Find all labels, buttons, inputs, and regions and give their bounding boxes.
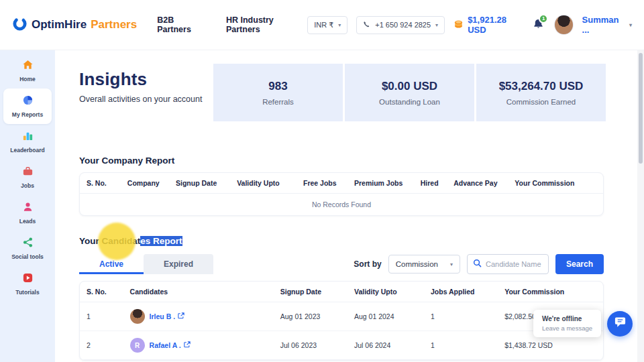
user-name: Summan ... [582,15,625,35]
candidates-tabs: Active Expired [79,254,213,274]
chat-button[interactable] [607,311,633,337]
nav-link-hr-industry-partners[interactable]: HR Industry Partners [226,15,307,34]
chat-status-text: We're offline [542,315,592,322]
brand-logo[interactable]: OptimHire Partners [12,16,137,34]
sort-by-label: Sort by [354,259,381,269]
brand-name-secondary: Partners [91,18,137,32]
chevron-down-icon: ▾ [450,261,453,267]
sidebar-item-label: Jobs [21,182,34,189]
sidebar-item-social-tools[interactable]: Social tools [3,231,52,266]
phone-value: +1 650 924 2825 [375,21,431,29]
candidate-name: Rafael A . [150,341,181,349]
stat-value: $0.00 USD [382,80,437,93]
cell-signup-date: Aug 01 2023 [280,312,354,320]
cell-validity-upto: Jul 06 2024 [354,341,431,349]
sidebar-item-label: Home [19,76,36,82]
company-table-header: S. No. Company Signup Date Validity Upto… [80,173,603,194]
empty-state-text: No Records Found [80,194,603,215]
share-icon [22,237,34,251]
external-link-icon [178,312,184,320]
chat-message-text: Leave a message [542,324,592,332]
notification-bell[interactable]: 1 [533,18,544,32]
column-header: Free Jobs [303,179,354,187]
currency-select[interactable]: INR ₹ ▾ [307,16,347,34]
cell-signup-date: Jul 06 2023 [280,341,354,349]
tab-expired[interactable]: Expired [144,254,213,274]
search-icon [473,258,482,270]
company-report-title: Your Company Report [79,156,604,166]
candidate-name-link[interactable]: Rafael A . [150,341,191,349]
sidebar-item-tutorials[interactable]: Tutorials [3,266,52,302]
sidebar-item-jobs[interactable]: Jobs [3,160,52,195]
candidates-report-title: Your Candidates Report [79,236,604,246]
home-icon [22,59,34,73]
column-header: Candidates [130,288,280,296]
stat-card-commission-earned: $53,264.70 USD Commission Earned [476,64,606,121]
top-navbar: OptimHire Partners B2B Partners HR Indus… [0,0,644,50]
user-avatar[interactable] [554,15,573,35]
nav-link-b2b-partners[interactable]: B2B Partners [157,15,209,34]
user-menu[interactable]: Summan ... ▾ [582,15,632,35]
briefcase-icon [22,166,34,180]
external-link-icon [184,341,191,349]
optimhire-logo-icon [12,16,28,34]
chevron-down-icon: ▾ [435,22,438,28]
column-header: Validity Upto [354,288,431,296]
phone-icon [363,21,370,29]
sidebar-item-leaderboard[interactable]: Leaderboard [3,124,52,160]
candidate-name: Irleu B . [150,312,176,320]
chevron-down-icon: ▾ [629,22,632,28]
insights-section: Insights Overall activities on your acco… [55,50,637,141]
sidebar-item-home[interactable]: Home [3,53,52,88]
play-icon [22,272,34,286]
scrollbar-thumb[interactable] [639,53,643,164]
candidates-table-header: S. No. Candidates Signup Date Validity U… [80,282,603,302]
page-subtitle: Overall activities on your account [79,95,202,104]
cell-s-no: 1 [87,312,130,320]
chat-tooltip[interactable]: We're offline Leave a message [533,310,601,337]
sort-select[interactable]: Commission ▾ [388,255,460,274]
column-header: Jobs Applied [431,288,504,296]
column-header: Your Commission [515,179,596,187]
cell-jobs-applied: 1 [431,312,504,320]
page-scrollbar[interactable] [637,50,644,362]
cell-jobs-applied: 1 [431,341,504,349]
candidates-controls: Active Expired Sort by Commission ▾ Sear… [79,254,604,274]
stat-label: Outstanding Loan [379,98,440,106]
chevron-down-icon: ▾ [338,22,341,28]
sidebar-item-my-reports[interactable]: My Reports [3,88,52,124]
column-header: S. No. [87,179,127,187]
stat-card-referrals: 983 Referrals [213,64,343,121]
navbar-right: INR ₹ ▾ +1 650 924 2825 ▾ $1,921.28 USD … [307,15,632,35]
table-row: 2 R Rafael A . Jul 06 2023 Jul 06 2024 1… [80,331,603,360]
column-header: Premium Jobs [354,179,421,187]
candidate-avatar: R [130,338,145,353]
selected-text: es Report [140,236,182,246]
chat-bubble-icon [614,316,627,331]
candidate-search-input[interactable] [486,260,543,268]
phone-select[interactable]: +1 650 924 2825 ▾ [356,16,445,34]
pie-chart-icon [22,95,34,109]
table-row: 1 Irleu B . Aug 01 2023 Aug 01 2024 1 $2… [80,302,603,331]
candidate-search-box[interactable] [467,254,549,274]
sidebar-item-label: Leads [19,218,36,225]
stat-value: 983 [268,80,287,93]
chat-widget: We're offline Leave a message [533,310,633,337]
company-report-table: S. No. Company Signup Date Validity Upto… [79,172,604,216]
search-button[interactable]: Search [555,254,604,274]
sidebar-item-leads[interactable]: Leads [3,195,52,231]
column-header: Signup Date [176,179,237,187]
brand-name-primary: OptimHire [32,18,87,32]
title-text: Your Candidat [79,236,140,246]
sidebar-item-label: Leaderboard [10,147,45,154]
sidebar-item-label: My Reports [12,111,43,118]
wallet-balance[interactable]: $1,921.28 USD [453,15,523,35]
cell-validity-upto: Aug 01 2024 [354,312,431,320]
stat-label: Referrals [262,98,294,106]
stats-row: 983 Referrals $0.00 USD Outstanding Loan… [213,64,606,121]
stat-card-outstanding-loan: $0.00 USD Outstanding Loan [345,64,474,121]
candidate-name-link[interactable]: Irleu B . [150,312,185,320]
tab-active[interactable]: Active [79,254,144,274]
sort-value: Commission [396,260,438,268]
sidebar-item-label: Tutorials [15,289,39,296]
